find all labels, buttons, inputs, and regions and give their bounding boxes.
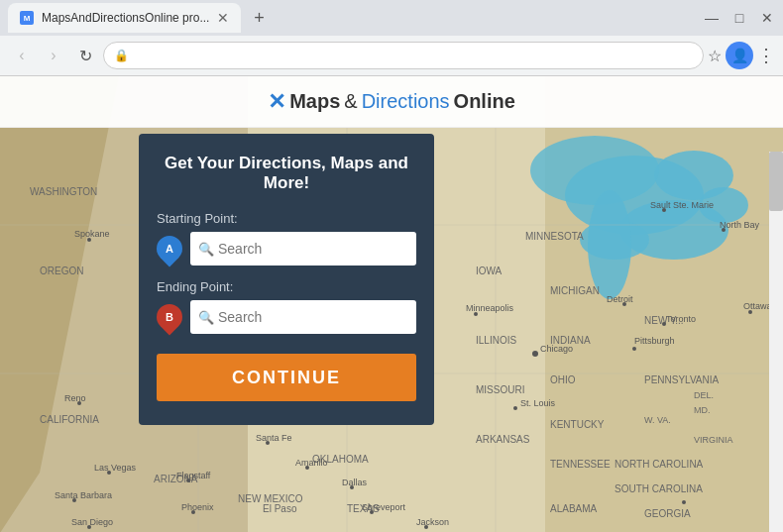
marker-b: B xyxy=(152,299,188,336)
bookmark-icon[interactable]: ☆ xyxy=(708,47,722,65)
lock-icon: 🔒 xyxy=(114,49,129,62)
svg-text:ARKANSAS: ARKANSAS xyxy=(476,434,530,445)
nav-bar: ‹ › ↻ 🔒 ☆ 👤 ⋮ xyxy=(0,36,783,75)
svg-text:Dallas: Dallas xyxy=(342,478,368,487)
tab-favicon: M xyxy=(20,11,34,25)
ending-point-input[interactable] xyxy=(190,300,416,334)
logo-maps-text: Maps xyxy=(289,90,340,113)
title-bar: M MapsAndDirectionsOnline pro... ✕ + — □… xyxy=(0,0,783,36)
marker-a: A xyxy=(152,231,188,267)
svg-text:El Paso: El Paso xyxy=(263,503,297,514)
tab-close-button[interactable]: ✕ xyxy=(217,10,229,26)
svg-point-10 xyxy=(530,136,659,205)
svg-text:Flagstaff: Flagstaff xyxy=(176,471,211,480)
svg-text:Shreveport: Shreveport xyxy=(362,502,406,512)
directions-dialog: Get Your Directions, Maps and More! Star… xyxy=(139,134,434,425)
svg-text:PENNSYLVANIA: PENNSYLVANIA xyxy=(644,374,720,385)
svg-text:TENNESSEE: TENNESSEE xyxy=(550,459,611,470)
svg-text:Detroit: Detroit xyxy=(607,294,633,304)
svg-text:KENTUCKY: KENTUCKY xyxy=(550,419,605,430)
minimize-button[interactable]: — xyxy=(704,10,720,26)
svg-text:Jackson: Jackson xyxy=(416,517,449,527)
back-button[interactable]: ‹ xyxy=(8,42,36,69)
starting-point-input[interactable] xyxy=(190,232,416,266)
marker-a-letter: A xyxy=(166,243,173,255)
refresh-button[interactable]: ↻ xyxy=(71,42,99,69)
page-content: WASHINGTON OREGON CALIFORNIA IDAHO NEVAD… xyxy=(0,76,783,532)
svg-point-49 xyxy=(513,406,517,410)
window-controls: — □ ✕ xyxy=(704,10,775,26)
svg-point-11 xyxy=(588,190,631,299)
profile-button[interactable]: 👤 xyxy=(726,42,753,69)
ending-search-wrapper: 🔍 xyxy=(190,300,416,334)
logo-online-text: Online xyxy=(454,90,515,113)
svg-text:Spokane: Spokane xyxy=(74,229,110,239)
continue-button[interactable]: CONTINUE xyxy=(157,354,416,401)
svg-text:W. VA.: W. VA. xyxy=(644,415,671,425)
starting-input-row: A 🔍 xyxy=(157,232,416,266)
svg-text:Santa Barbara: Santa Barbara xyxy=(55,490,112,500)
address-bar[interactable]: 🔒 xyxy=(103,42,704,69)
svg-text:San Diego: San Diego xyxy=(71,517,113,527)
svg-text:MINNESOTA: MINNESOTA xyxy=(525,231,584,242)
svg-text:CALIFORNIA: CALIFORNIA xyxy=(40,414,99,425)
vertical-scrollbar[interactable] xyxy=(769,152,783,532)
svg-text:St. Louis: St. Louis xyxy=(520,398,556,408)
svg-text:Reno: Reno xyxy=(64,393,86,403)
logo-amp-text: & xyxy=(344,90,357,113)
svg-text:NORTH CAROLINA: NORTH CAROLINA xyxy=(615,459,704,470)
svg-text:Toronto: Toronto xyxy=(666,314,696,324)
new-tab-button[interactable]: + xyxy=(245,4,273,32)
tab-title: MapsAndDirectionsOnline pro... xyxy=(42,11,209,25)
scrollbar-thumb[interactable] xyxy=(769,152,783,211)
svg-text:North Bay: North Bay xyxy=(720,220,760,230)
browser-chrome: M MapsAndDirectionsOnline pro... ✕ + — □… xyxy=(0,0,783,76)
svg-text:Las Vegas: Las Vegas xyxy=(94,463,137,473)
site-logo: ✕ Maps & Directions Online xyxy=(268,89,515,115)
svg-text:VIRGINIA: VIRGINIA xyxy=(694,435,733,445)
marker-b-letter: B xyxy=(166,311,173,323)
starting-label: Starting Point: xyxy=(157,211,416,226)
svg-text:Sault Ste. Marie: Sault Ste. Marie xyxy=(650,200,714,210)
ending-input-row: B 🔍 xyxy=(157,300,416,334)
svg-text:DEL.: DEL. xyxy=(694,390,714,400)
site-header: ✕ Maps & Directions Online xyxy=(0,76,783,128)
svg-point-91 xyxy=(682,500,686,504)
svg-text:Minneapolis: Minneapolis xyxy=(466,303,514,313)
svg-point-51 xyxy=(632,347,636,351)
menu-button[interactable]: ⋮ xyxy=(757,45,775,66)
svg-text:MD.: MD. xyxy=(694,405,711,415)
logo-directions-text: Directions xyxy=(362,90,450,113)
svg-text:IOWA: IOWA xyxy=(476,266,503,276)
svg-text:ILLINOIS: ILLINOIS xyxy=(476,335,516,346)
svg-text:MICHIGAN: MICHIGAN xyxy=(550,285,600,296)
svg-text:OHIO: OHIO xyxy=(550,374,576,385)
svg-text:Santa Fe: Santa Fe xyxy=(256,433,292,443)
svg-text:GEORGIA: GEORGIA xyxy=(644,508,691,519)
svg-text:WASHINGTON: WASHINGTON xyxy=(30,186,97,197)
svg-text:SOUTH CAROLINA: SOUTH CAROLINA xyxy=(615,483,703,494)
svg-text:Chicago: Chicago xyxy=(540,344,573,354)
close-button[interactable]: ✕ xyxy=(759,10,775,26)
svg-text:ALABAMA: ALABAMA xyxy=(550,503,598,514)
svg-point-47 xyxy=(532,351,538,357)
svg-text:Ottawa: Ottawa xyxy=(743,301,772,311)
svg-text:Phoenix: Phoenix xyxy=(181,502,214,512)
maximize-button[interactable]: □ xyxy=(731,10,747,26)
svg-text:Pittsburgh: Pittsburgh xyxy=(634,336,675,346)
svg-text:MISSOURI: MISSOURI xyxy=(476,384,524,395)
browser-tab[interactable]: M MapsAndDirectionsOnline pro... ✕ xyxy=(8,3,241,33)
forward-button[interactable]: › xyxy=(40,42,67,69)
svg-text:Amarillo: Amarillo xyxy=(295,458,328,468)
starting-search-wrapper: 🔍 xyxy=(190,232,416,266)
ending-label: Ending Point: xyxy=(157,279,416,294)
dialog-title: Get Your Directions, Maps and More! xyxy=(157,154,416,193)
svg-text:OREGON: OREGON xyxy=(40,266,83,276)
